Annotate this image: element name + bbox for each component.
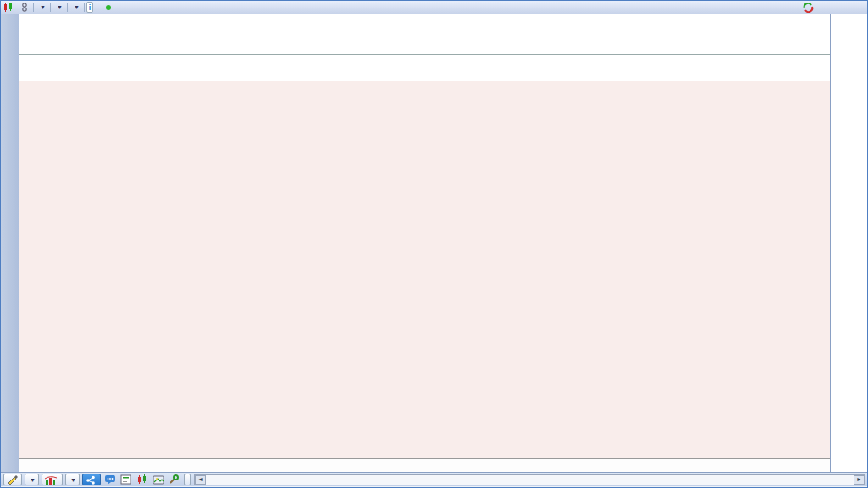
indicator-panel-2[interactable] xyxy=(19,55,830,82)
candles-icon[interactable] xyxy=(136,474,149,485)
indicators-button[interactable] xyxy=(42,474,63,485)
snapshot-icon[interactable] xyxy=(152,474,165,485)
bottom-toolbar: ▼ ▼ ◄ ► xyxy=(1,472,868,486)
indicator-panel-1[interactable] xyxy=(19,14,830,55)
time-axis[interactable] xyxy=(19,458,830,473)
collapse-toolbar-button[interactable] xyxy=(184,474,191,485)
share-icon xyxy=(86,475,96,485)
chevron-down-icon: ▼ xyxy=(40,4,46,10)
units-selector[interactable]: ▼ xyxy=(72,4,80,10)
indicators-icon xyxy=(45,475,58,485)
chart-style-icon[interactable] xyxy=(3,3,15,12)
chevron-down-icon: ▼ xyxy=(57,4,63,10)
settings-icon[interactable] xyxy=(168,474,181,485)
indicators-dropdown[interactable]: ▼ xyxy=(65,474,80,485)
price-axis[interactable] xyxy=(830,14,868,472)
timeframe-selector[interactable]: ▼ xyxy=(55,4,63,10)
refresh-icon[interactable] xyxy=(803,3,814,13)
share-button[interactable] xyxy=(82,474,101,485)
info-icon[interactable]: i xyxy=(86,2,94,13)
link-icon[interactable] xyxy=(20,3,29,12)
symbol-selector[interactable]: ▼ xyxy=(38,4,46,10)
trading-window: ▼ ▼ ▼ i ▼ ▼ xyxy=(0,0,868,488)
chat-icon[interactable] xyxy=(103,474,117,485)
top-toolbar: ▼ ▼ ▼ i xyxy=(1,1,868,14)
draw-button[interactable] xyxy=(3,474,22,485)
scroll-right-arrow[interactable]: ► xyxy=(854,475,865,485)
market-open-icon xyxy=(106,5,111,10)
draw-dropdown[interactable]: ▼ xyxy=(25,474,39,485)
drawing-toolbar xyxy=(1,14,19,472)
horizontal-scrollbar[interactable]: ◄ ► xyxy=(194,474,865,485)
scroll-left-arrow[interactable]: ◄ xyxy=(195,475,206,485)
main-chart[interactable] xyxy=(19,81,830,458)
news-icon[interactable] xyxy=(120,474,133,485)
chevron-down-icon: ▼ xyxy=(74,4,80,10)
